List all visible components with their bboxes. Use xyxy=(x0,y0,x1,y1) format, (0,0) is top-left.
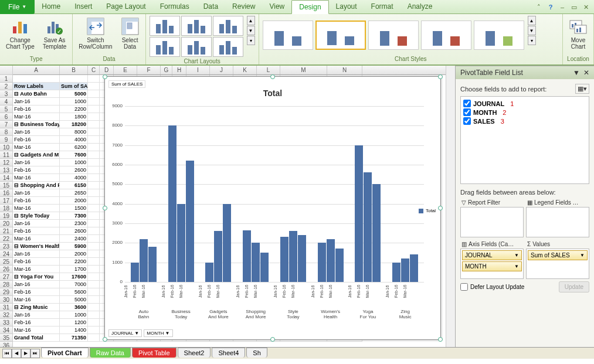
window-restore-icon[interactable]: ▭ xyxy=(569,2,579,12)
value-item[interactable]: Sum of SALES▼ xyxy=(528,250,588,260)
col-header-H[interactable]: H xyxy=(172,66,186,74)
pivot-pane-dropdown-icon[interactable]: ▼ xyxy=(573,69,580,77)
row-header[interactable]: 22 xyxy=(0,235,13,243)
row-header[interactable]: 27 xyxy=(0,273,13,281)
row-header[interactable]: 18 xyxy=(0,205,13,212)
report-filter-area[interactable] xyxy=(460,207,524,237)
chart-bar[interactable] xyxy=(355,145,363,282)
chart-bar[interactable] xyxy=(148,247,157,282)
legend-fields-area[interactable] xyxy=(526,207,589,237)
chart-filter-journal[interactable]: JOURNAL▼ xyxy=(108,329,142,337)
chart-style-3[interactable] xyxy=(368,21,419,50)
chart-bar[interactable] xyxy=(177,204,185,282)
pivot-pane-close-icon[interactable]: ✕ xyxy=(583,69,589,77)
row-header[interactable]: 19 xyxy=(0,212,13,220)
sheet-nav-next[interactable]: ▶ xyxy=(21,349,30,358)
row-header[interactable]: 25 xyxy=(0,258,13,266)
chart-bar[interactable] xyxy=(168,125,176,282)
chart-bar[interactable] xyxy=(392,263,400,282)
chart-layout-2[interactable] xyxy=(181,16,212,36)
col-header-C[interactable]: C xyxy=(88,66,100,74)
row-header[interactable]: 26 xyxy=(0,266,13,273)
chart-filter-month[interactable]: MONTH▼ xyxy=(144,329,172,337)
chart-bar[interactable] xyxy=(289,231,297,282)
chart-bar[interactable] xyxy=(223,204,231,282)
col-header-E[interactable]: E xyxy=(114,66,137,74)
chart-bar[interactable] xyxy=(401,258,409,282)
chart-bar[interactable] xyxy=(205,263,213,282)
ribbon-tab-analyze[interactable]: Analyze xyxy=(400,0,440,13)
row-header[interactable]: 29 xyxy=(0,288,13,296)
ribbon-tab-layout[interactable]: Layout xyxy=(329,0,364,13)
sheet-nav-first[interactable]: ⏮ xyxy=(2,349,12,358)
chart-layout-6[interactable] xyxy=(213,37,243,57)
layouts-scroll-down[interactable]: ▼ xyxy=(247,26,255,35)
field-checkbox[interactable] xyxy=(463,117,471,125)
row-header[interactable]: 34 xyxy=(0,326,13,334)
row-header[interactable]: 13 xyxy=(0,166,13,174)
axis-fields-area[interactable]: JOURNAL▼MONTH▼ xyxy=(460,249,524,279)
chart-bar[interactable] xyxy=(131,263,139,282)
sheet-nav-last[interactable]: ⏭ xyxy=(30,349,40,358)
chart-bar[interactable] xyxy=(364,172,372,282)
sheet-tab-pivot-table[interactable]: Pivot Table xyxy=(132,348,176,358)
values-area[interactable]: Sum of SALES▼ xyxy=(526,249,589,279)
vertical-scrollbar[interactable] xyxy=(446,66,455,347)
ribbon-tab-design[interactable]: Design xyxy=(291,0,328,14)
axis-item-journal[interactable]: JOURNAL▼ xyxy=(462,250,522,260)
select-data-button[interactable]: Select Data xyxy=(118,16,142,55)
chart-layout-4[interactable] xyxy=(150,37,180,57)
row-header[interactable]: 23 xyxy=(0,243,13,250)
row-header[interactable]: 2 xyxy=(0,83,13,90)
chart-bar[interactable] xyxy=(260,253,269,282)
chart-bar[interactable] xyxy=(140,239,148,282)
row-header[interactable]: 33 xyxy=(0,319,13,326)
ribbon-tab-page-layout[interactable]: Page Layout xyxy=(99,0,152,13)
chart-bar[interactable] xyxy=(243,230,251,282)
chart-style-4[interactable] xyxy=(421,21,471,50)
row-header[interactable]: 21 xyxy=(0,227,13,235)
chart-bar[interactable] xyxy=(252,243,260,282)
chart-bar[interactable] xyxy=(280,237,288,282)
col-header-J[interactable]: J xyxy=(210,66,233,74)
chart-style-2[interactable] xyxy=(315,21,366,50)
col-header-N[interactable]: N xyxy=(327,66,362,74)
row-header[interactable]: 12 xyxy=(0,159,13,166)
chart-style-5[interactable] xyxy=(474,21,524,50)
row-header[interactable]: 15 xyxy=(0,182,13,189)
chart-title[interactable]: Total xyxy=(105,77,440,98)
col-header-I[interactable]: I xyxy=(186,66,210,74)
chart-layout-5[interactable] xyxy=(181,37,212,57)
row-header[interactable]: 7 xyxy=(0,121,13,128)
chart-bar[interactable] xyxy=(410,254,418,282)
ribbon-tab-insert[interactable]: Insert xyxy=(67,0,99,13)
row-header[interactable]: 16 xyxy=(0,189,13,197)
chart-bar[interactable] xyxy=(335,249,344,282)
ribbon-tab-formulas[interactable]: Formulas xyxy=(153,0,196,13)
row-header[interactable]: 6 xyxy=(0,113,13,121)
styles-scroll-up[interactable]: ▲ xyxy=(528,16,536,25)
chart-layout-3[interactable] xyxy=(213,16,243,36)
update-button[interactable]: Update xyxy=(559,281,589,292)
chart-layout-1[interactable] xyxy=(150,16,180,36)
row-header[interactable]: 24 xyxy=(0,250,13,258)
minimize-ribbon-icon[interactable]: ˄ xyxy=(534,2,544,12)
row-header[interactable]: 8 xyxy=(0,128,13,136)
change-chart-type-button[interactable]: Change Chart Type xyxy=(4,16,37,55)
move-chart-button[interactable]: Move Chart xyxy=(566,16,590,55)
row-header[interactable]: 28 xyxy=(0,281,13,288)
layouts-scroll-up[interactable]: ▲ xyxy=(247,16,255,25)
help-icon[interactable]: ? xyxy=(546,2,555,12)
ribbon-tab-view[interactable]: View xyxy=(262,0,291,13)
row-header[interactable]: 9 xyxy=(0,136,13,144)
window-minimize-icon[interactable]: – xyxy=(558,2,567,12)
save-as-template-button[interactable]: ✓ Save As Template xyxy=(40,16,69,55)
chart-bar[interactable] xyxy=(298,235,306,282)
pivot-fields-list[interactable]: JOURNAL1 MONTH2 SALES3 xyxy=(460,96,589,184)
row-header[interactable]: 5 xyxy=(0,106,13,113)
pivot-field-month[interactable]: MONTH2 xyxy=(463,108,586,117)
row-header[interactable]: 20 xyxy=(0,220,13,227)
col-header-A[interactable]: A xyxy=(13,66,60,74)
row-header[interactable]: 4 xyxy=(0,98,13,106)
defer-layout-checkbox[interactable] xyxy=(460,283,468,291)
